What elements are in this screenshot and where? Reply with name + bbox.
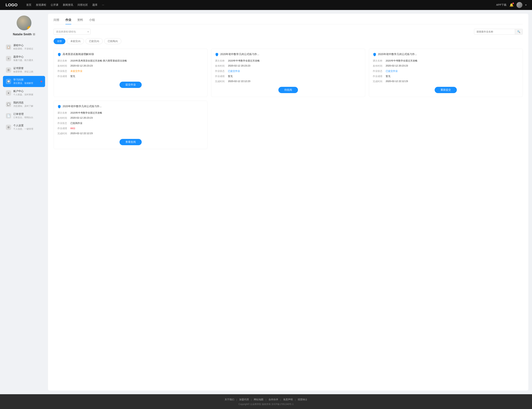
card-3-publish-value: 2020-02-12 20:23:23 [386, 64, 519, 68]
card-4-view-button[interactable]: 查看批阅 [119, 139, 142, 145]
card-4-score-label: 作业成绩 [57, 127, 70, 130]
card-2-status-label: 作业状态 [215, 69, 228, 73]
footer-about[interactable]: 关于我们 [225, 398, 234, 401]
card-2-course-label: 课次名称 [215, 59, 228, 62]
nav-news[interactable]: 新闻资讯 [63, 3, 73, 7]
questionbank-text: 题库中心 海量习题、助力通关 [13, 55, 33, 62]
main-content: 问答 作业 资料 小组 请选择课程/课程包 ▾ 🔍 全部 未提交(4) 已提交(… [48, 14, 528, 390]
course-text: 课程中心 精彩课程、不容错过 [13, 44, 33, 50]
card-2-title: 2020年初中数学几何公式练习作... [220, 53, 259, 56]
questionbank-desc: 海量习题、助力通关 [13, 59, 33, 62]
settings-icon: ⚙ [6, 125, 11, 130]
course-title: 课程中心 [13, 44, 33, 47]
qr-icon[interactable]: ⊞ [33, 33, 35, 36]
card-3-resubmit-button[interactable]: 重新提交 [435, 87, 457, 93]
card-1-score-row: 作业成绩 暂无 [57, 75, 203, 78]
studyqa-desc: 课后重温、疑难解答 [13, 82, 33, 85]
card-3-course-label: 课次名称 [373, 59, 386, 62]
homework-card-1: 高考英语试卷阅读理解30张 课次名称 2020年高考英语全面过关攻略-第六期零基… [54, 49, 207, 97]
search-input[interactable] [474, 29, 515, 34]
footer-sep-5: | [295, 398, 295, 401]
card-2-status-value: 已提交作业 [228, 69, 361, 73]
card-3-header: 2020年初中数学几何公式练习作... [373, 53, 519, 56]
card-2-status-row: 作业状态 已提交作业 [215, 69, 361, 73]
tab-material[interactable]: 资料 [77, 18, 83, 24]
footer-franchise[interactable]: 加盟代理 [239, 398, 249, 401]
card-3-footer: 重新提交 [373, 87, 519, 93]
card-3-publish-label: 发布时间 [373, 64, 386, 68]
sidebar-item-questionbank[interactable]: ≡ 题库中心 海量习题、助力通关 [3, 53, 45, 64]
footer-sep-3: | [266, 398, 266, 401]
tab-group[interactable]: 小组 [89, 18, 95, 24]
status-tab-pending[interactable]: 未提交(4) [67, 38, 84, 44]
nav-home[interactable]: 首页 [26, 3, 31, 7]
nav-links: 首页 发现课程 公开课 新闻资讯 问答社区 题库 ··· [26, 3, 490, 7]
sidebar-item-messages[interactable]: 💬 我的消息 消息通知、及时了解 [3, 99, 45, 110]
card-4-complete-label: 完成时间 [57, 132, 70, 135]
footer-disclaimer[interactable]: 免责声明 [283, 398, 293, 401]
nav-quiz[interactable]: 题库 [92, 3, 98, 7]
card-1-course-row: 课次名称 2020年高考英语全面过关攻略-第六期零基础语法攻略 [57, 59, 203, 62]
status-tab-reviewed[interactable]: 已批阅(4) [104, 38, 121, 44]
nav-qa[interactable]: 问答社区 [78, 3, 88, 7]
user-avatar[interactable] [516, 2, 523, 8]
sidebar-item-account[interactable]: ♦ 账户中心 个人权益、实时掌握 [3, 87, 45, 98]
app-download[interactable]: APP下载 [496, 3, 506, 7]
card-4-score-value: 88分 [70, 127, 203, 130]
search-button[interactable]: 🔍 [515, 29, 523, 34]
content-tabs: 问答 作业 资料 小组 [54, 18, 523, 24]
page-layout: ★ Natalie Smith ⊞ 📋 课程中心 精彩课程、不容错过 ≡ 题库中… [0, 10, 532, 394]
nav-discover[interactable]: 发现课程 [36, 3, 46, 7]
sidebar-item-settings[interactable]: ⚙ 个人设置 个人信息、一键管理 [3, 122, 45, 133]
card-2-pending-button[interactable]: 待批阅 [278, 87, 298, 93]
user-menu-arrow[interactable]: ▾ [525, 4, 526, 6]
card-4-publish-label: 发布时间 [57, 116, 70, 120]
card-4-score-row: 作业成绩 88分 [57, 127, 203, 130]
course-select-wrapper: 请选择课程/课程包 ▾ [54, 29, 91, 35]
search-box: 🔍 [474, 29, 523, 35]
profile-name-row: Natalie Smith ⊞ [13, 33, 35, 36]
card-2-score-value: 暂无 [228, 75, 361, 78]
tab-qa[interactable]: 问答 [54, 18, 59, 24]
studyqa-dot [41, 81, 42, 82]
filter-row: 请选择课程/课程包 ▾ 🔍 [54, 29, 523, 35]
card-2-publish-value: 2020-02-12 20:23:23 [228, 64, 361, 68]
footer-sep-4: | [280, 398, 281, 401]
tab-homework[interactable]: 作业 [65, 18, 71, 24]
account-text: 账户中心 个人权益、实时掌握 [13, 90, 33, 96]
sidebar-item-course[interactable]: 📋 课程中心 精彩课程、不容错过 [3, 42, 45, 53]
shield-icon-3 [373, 53, 376, 56]
course-select[interactable]: 请选择课程/课程包 [54, 29, 91, 35]
card-4-course-label: 课次名称 [57, 111, 70, 114]
card-2-complete-value: 2020-02-12 22:12:23 [228, 80, 361, 83]
card-2-course-value: 2020年中考数学全面过关攻略 [228, 59, 361, 62]
shield-icon-4 [57, 104, 61, 108]
notification-bell[interactable]: 🔔 [509, 3, 514, 7]
card-4-footer: 查看批阅 [57, 139, 203, 145]
card-2-score-label: 作业成绩 [215, 75, 228, 78]
card-2-complete-row: 完成时间 2020-02-12 22:12:23 [215, 80, 361, 83]
notification-dot [513, 3, 514, 4]
sidebar-item-studyqa[interactable]: 💬 学习问答 课后重温、疑难解答 [3, 76, 45, 87]
messages-text: 我的消息 消息通知、及时了解 [13, 101, 33, 108]
navbar: LOGO 首页 发现课程 公开课 新闻资讯 问答社区 题库 ··· APP下载 … [0, 0, 532, 10]
status-tab-all[interactable]: 全部 [54, 38, 65, 44]
footer-recruit[interactable]: 招贤纳士 [298, 398, 307, 401]
nav-more[interactable]: ··· [102, 3, 104, 7]
card-1-submit-button[interactable]: 提交作业 [119, 82, 142, 88]
questionbank-icon: ≡ [6, 56, 11, 61]
footer-sep-2: | [251, 398, 252, 401]
footer-links: 关于我们 | 加盟代理 | 网站地图 | 合作伙伴 | 免责声明 | 招贤纳士 [4, 398, 528, 401]
nav-open[interactable]: 公开课 [51, 3, 58, 7]
profile-name-text: Natalie Smith [13, 33, 32, 36]
card-3-course-row: 课次名称 2020年中考数学全面过关攻略 [373, 59, 519, 62]
sidebar-item-certificate[interactable]: ⚙ 证书荣誉 收获荣誉、持证上岗 [3, 65, 45, 75]
card-1-score-label: 作业成绩 [57, 75, 70, 78]
footer-partner[interactable]: 合作伙伴 [269, 398, 278, 401]
status-tab-submitted[interactable]: 已提交(4) [85, 38, 103, 44]
questionbank-title: 题库中心 [13, 55, 33, 59]
sidebar-item-orders[interactable]: 📄 订单管理 订单支出、明明白白 [3, 110, 45, 121]
studyqa-icon: 💬 [6, 79, 11, 84]
footer-sitemap[interactable]: 网站地图 [254, 398, 263, 401]
card-4-publish-row: 发布时间 2020-02-12 20:23:23 [57, 116, 203, 120]
